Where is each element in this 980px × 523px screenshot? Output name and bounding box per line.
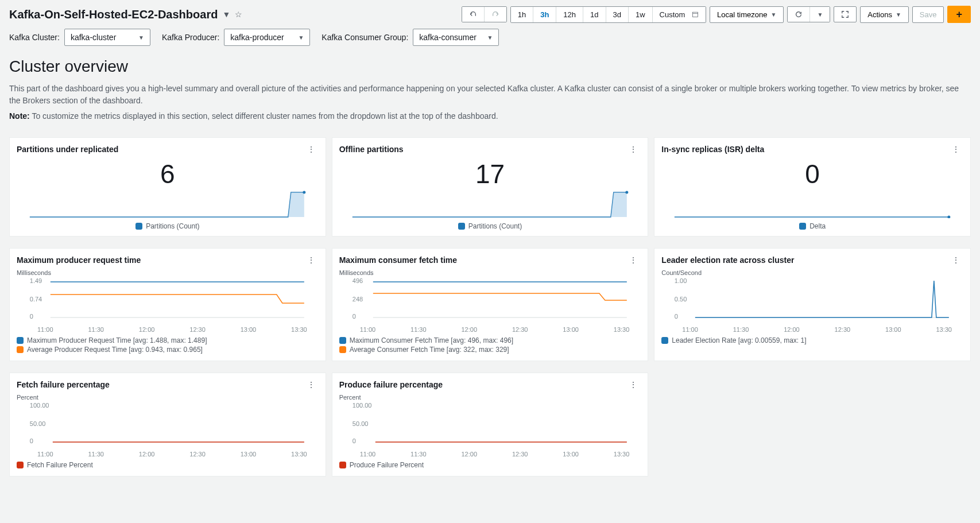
section-intro: Cluster overview This part of the dashbo… [0, 57, 980, 137]
svg-text:496: 496 [352, 277, 362, 284]
y-axis-label: Percent [17, 394, 319, 401]
svg-text:1.00: 1.00 [675, 277, 687, 284]
widget-menu-icon[interactable]: ⋮ [948, 254, 963, 266]
title-dropdown-icon[interactable]: ▼ [222, 10, 230, 19]
svg-text:0.74: 0.74 [30, 296, 42, 303]
widget-title: Leader election rate across cluster [661, 255, 794, 265]
widget-menu-icon[interactable]: ⋮ [304, 254, 319, 266]
range-12h[interactable]: 12h [556, 7, 583, 22]
dashboard-header: Kafka-On-Self-Hosted-EC2-Dashboard ▼ ☆ 1… [0, 0, 980, 29]
sparkline [17, 189, 319, 218]
widget-isr-delta: In-sync replicas (ISR) delta⋮ 0 Delta [654, 137, 971, 237]
svg-text:0: 0 [352, 437, 355, 444]
section-note: Note: To customize the metrics displayed… [9, 110, 971, 122]
widget-title: Maximum producer request time [17, 255, 141, 265]
range-3h[interactable]: 3h [533, 7, 556, 22]
undo-button[interactable] [462, 7, 485, 22]
add-widget-button[interactable]: + [947, 6, 971, 23]
widget-produce-failure: Produce failure percentage⋮ Percent 100.… [332, 373, 649, 476]
line-chart: 1.49 0.74 0 [17, 277, 319, 323]
svg-point-3 [625, 191, 628, 194]
svg-text:50.00: 50.00 [30, 420, 46, 427]
consumer-select[interactable]: kafka-consumer▼ [413, 29, 499, 46]
line-chart: 100.00 50.00 0 [339, 402, 641, 448]
undo-redo-group [462, 6, 507, 22]
widget-title: Produce failure percentage [339, 380, 443, 389]
widget-menu-icon[interactable]: ⋮ [626, 144, 641, 155]
legend-swatch [458, 223, 465, 230]
sparkline [339, 189, 641, 218]
widget-menu-icon[interactable]: ⋮ [626, 379, 641, 390]
widget-menu-icon[interactable]: ⋮ [948, 144, 963, 155]
timezone-select[interactable]: Local timezone ▼ [710, 6, 784, 23]
actions-button[interactable]: Actions ▼ [860, 6, 909, 23]
widget-producer-request-time: Maximum producer request time⋮ Milliseco… [9, 248, 326, 361]
widget-leader-election-rate: Leader election rate across cluster⋮ Cou… [654, 248, 971, 361]
range-1w[interactable]: 1w [629, 7, 653, 22]
consumer-label: Kafka Consumer Group: [321, 33, 408, 42]
big-number: 0 [661, 158, 963, 189]
svg-text:1.49: 1.49 [30, 277, 42, 284]
line-chart: 100.00 50.00 0 [17, 402, 319, 448]
cluster-select[interactable]: kafka-cluster▼ [64, 29, 150, 46]
svg-text:100.00: 100.00 [30, 402, 49, 409]
svg-text:100.00: 100.00 [352, 402, 371, 409]
widget-menu-icon[interactable]: ⋮ [304, 379, 319, 390]
y-axis-label: Percent [339, 394, 641, 401]
widget-title: Maximum consumer fetch time [339, 255, 457, 265]
favorite-star-icon[interactable]: ☆ [235, 10, 242, 19]
svg-rect-0 [693, 12, 698, 17]
sparkline [661, 189, 963, 218]
widget-title: In-sync replicas (ISR) delta [661, 145, 764, 154]
widget-row-2: Maximum producer request time⋮ Milliseco… [0, 248, 980, 373]
filter-bar: Kafka Cluster: kafka-cluster▼ Kafka Prod… [0, 29, 980, 55]
svg-text:248: 248 [352, 296, 362, 303]
y-axis-label: Count/Second [661, 269, 963, 276]
refresh-options-button[interactable]: ▼ [810, 7, 830, 22]
chevron-down-icon: ▼ [138, 34, 144, 41]
producer-select[interactable]: kafka-producer▼ [224, 29, 310, 46]
widget-title: Offline partitions [339, 145, 404, 154]
producer-label: Kafka Producer: [162, 33, 219, 42]
widget-row-1: Partitions under replicated⋮ 6 Partition… [0, 137, 980, 248]
svg-text:0.50: 0.50 [675, 296, 687, 303]
widget-row-3: Fetch failure percentage⋮ Percent 100.00… [0, 373, 980, 488]
section-description: This part of the dashboard gives you a h… [9, 83, 971, 107]
widget-title: Fetch failure percentage [17, 380, 110, 389]
svg-point-5 [948, 216, 951, 219]
widget-menu-icon[interactable]: ⋮ [626, 254, 641, 266]
svg-point-2 [303, 191, 305, 194]
line-chart: 1.00 0.50 0 [661, 277, 963, 323]
x-ticks: 11:0011:3012:0012:3013:0013:30 [17, 450, 319, 458]
chevron-down-icon: ▼ [487, 34, 493, 41]
svg-text:0: 0 [30, 313, 33, 320]
x-ticks: 11:0011:3012:0012:3013:0013:30 [339, 450, 641, 458]
legend-swatch [799, 223, 806, 230]
redo-button [485, 7, 506, 22]
chevron-down-icon: ▼ [298, 34, 304, 41]
big-number: 6 [17, 158, 319, 189]
time-range-group: 1h 3h 12h 1d 3d 1w Custom [510, 6, 706, 23]
expand-button[interactable] [834, 6, 857, 22]
widget-menu-icon[interactable]: ⋮ [304, 144, 319, 155]
svg-text:50.00: 50.00 [352, 420, 368, 427]
widget-offline-partitions: Offline partitions⋮ 17 Partitions (Count… [332, 137, 649, 237]
svg-text:0: 0 [30, 437, 33, 444]
widget-consumer-fetch-time: Maximum consumer fetch time⋮ Millisecond… [332, 248, 649, 361]
widget-title: Partitions under replicated [17, 145, 118, 154]
range-1d[interactable]: 1d [583, 7, 606, 22]
x-ticks: 11:0011:3012:0012:3013:0013:30 [661, 325, 963, 333]
big-number: 17 [339, 158, 641, 189]
dashboard-title: Kafka-On-Self-Hosted-EC2-Dashboard [9, 8, 218, 21]
toolbar: 1h 3h 12h 1d 3d 1w Custom Local timezone… [462, 6, 971, 23]
y-axis-label: Milliseconds [339, 269, 641, 276]
range-custom[interactable]: Custom [653, 7, 706, 22]
save-button: Save [912, 6, 944, 23]
range-1h[interactable]: 1h [511, 7, 533, 22]
legend-swatch [135, 223, 142, 230]
refresh-button[interactable] [788, 7, 810, 22]
widget-fetch-failure: Fetch failure percentage⋮ Percent 100.00… [9, 373, 326, 476]
range-3d[interactable]: 3d [606, 7, 629, 22]
svg-text:0: 0 [675, 313, 678, 320]
widget-partitions-under-replicated: Partitions under replicated⋮ 6 Partition… [9, 137, 326, 237]
